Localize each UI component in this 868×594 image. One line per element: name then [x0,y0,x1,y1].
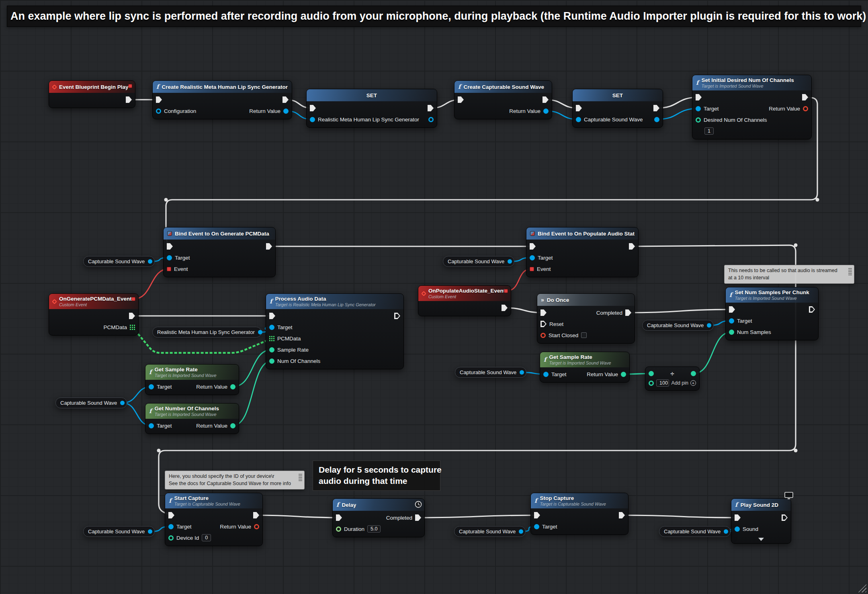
return-value-pin[interactable] [621,372,626,377]
pcmdata-pin[interactable] [130,325,135,330]
out-pin[interactable] [542,96,549,103]
out-pin[interactable] [394,313,400,319]
delay-value-box[interactable]: 5.0 [367,525,381,533]
target-pin[interactable] [149,423,154,428]
in-pin[interactable] [576,105,582,111]
pill_g[interactable]: Capturable Sound Wave [454,526,526,537]
reroute-node[interactable] [816,198,819,202]
add-pin-plus-icon[interactable]: + [690,380,696,386]
start_capture-value-box[interactable]: 0 [202,534,211,541]
sound-pin[interactable] [735,526,740,532]
blueprint-graph-canvas[interactable]: An example where lip sync is performed a… [0,0,868,594]
in-pin[interactable] [534,512,540,518]
in-pin[interactable] [540,309,547,316]
pill_d[interactable]: Capturable Sound Wave [55,397,127,408]
variable-output-pin[interactable] [148,529,152,534]
event_populate[interactable]: OnPopulateAudioState_EventCustom Event [418,285,511,316]
pill_b[interactable]: Capturable Sound Wave [443,256,514,267]
stop_capture[interactable]: fStop CaptureTarget is Capturable Sound … [530,493,628,535]
get_rate1[interactable]: fGet Sample RateTarget is Imported Sound… [145,364,239,395]
variable-output-pin[interactable] [508,259,512,264]
event-pin[interactable] [167,267,171,271]
bind_generate[interactable]: Bind Event to On Generate PCMDataTargetE… [163,227,276,277]
in-pin[interactable] [729,306,735,313]
out-pin[interactable] [619,512,625,518]
begin_play[interactable]: Event Blueprint Begin Play [49,80,135,108]
variable-output-pin[interactable] [519,529,523,534]
delegate-icon[interactable] [504,289,508,293]
out-pin[interactable] [802,94,808,100]
pill_h[interactable]: Capturable Sound Wave [659,526,731,537]
return-value-pin[interactable] [543,109,549,114]
completed-pin[interactable] [415,514,421,521]
desired-num-of-channels-pin[interactable] [696,117,701,123]
start_capture[interactable]: fStart CaptureTarget is Capturable Sound… [165,493,263,546]
target-pin[interactable] [269,325,274,330]
out-pin[interactable] [253,512,259,518]
target-pin[interactable] [696,106,701,111]
return-value-pin[interactable] [254,524,259,529]
set_wave[interactable]: SETCapturable Sound Wave [572,89,663,128]
in-pin[interactable] [156,96,162,103]
return-value-pin[interactable] [803,106,808,111]
event_pcm[interactable]: OnGeneratePCMData_EventCustom EventPCMDa… [49,293,139,336]
get_channels[interactable]: fGet Number Of ChannelsTarget is Importe… [145,403,239,434]
comment_delay[interactable]: Delay for 5 seconds to captureaudio duri… [313,461,440,491]
num-samples-pin[interactable] [729,330,734,335]
variable-output-pin[interactable] [707,323,711,328]
target-pin[interactable] [729,318,734,324]
variable-output-pin[interactable] [120,401,125,405]
variable-output-pin[interactable] [724,529,728,534]
rv-pin[interactable] [428,117,434,122]
variable-output-pin[interactable] [148,259,152,264]
return-value-pin[interactable] [230,384,235,389]
out-pin[interactable] [283,96,289,103]
create_gen[interactable]: fCreate Realistic Meta Human Lip Sync Ge… [152,80,292,119]
reroute-node[interactable] [794,449,798,453]
out-pin[interactable] [629,243,635,250]
return-value-pin[interactable] [283,109,289,114]
do_once-checkbox[interactable] [581,332,587,338]
completed-pin[interactable] [625,309,631,316]
target-pin[interactable] [543,372,549,377]
in-pin[interactable] [269,313,275,319]
divide-value-box[interactable]: 100 [656,379,669,387]
variable-output-pin[interactable] [258,330,262,334]
out-pin[interactable] [809,306,815,313]
pill_c[interactable]: Capturable Sound Wave [642,320,714,331]
target-pin[interactable] [530,255,535,260]
device-id-pin[interactable] [168,535,174,541]
divide[interactable]: ÷100Add pin+ [645,367,700,391]
out-pin[interactable] [653,105,659,111]
set_channels-value-box[interactable]: 1 [704,127,714,135]
in-pin[interactable] [696,94,702,100]
configuration-pin[interactable] [156,109,161,114]
target-pin[interactable] [149,384,154,389]
pill_e[interactable]: Capturable Sound Wave [455,367,526,378]
reroute-node[interactable] [794,244,798,247]
event-pin[interactable] [530,267,534,271]
reroute-node[interactable] [157,449,161,453]
in-pin[interactable] [336,514,342,521]
variable-output-pin[interactable] [520,370,524,375]
in-pin[interactable] [167,243,173,250]
set_gen[interactable]: SETRealistic Meta Human Lip Sync Generat… [306,89,437,128]
pill_gen[interactable]: Realistic Meta Human Lip Sync Generator [152,327,262,338]
pill_f[interactable]: Capturable Sound Wave [83,526,155,537]
add-pin-button[interactable]: Add pin+ [671,380,696,386]
bind_populate[interactable]: Bind Event to On Populate Audio StateTar… [526,227,639,277]
target-pin[interactable] [167,255,172,260]
set_chunk[interactable]: fSet Num Samples Per ChunkTarget is Impo… [725,287,819,340]
target-pin[interactable] [168,524,174,529]
realistic-meta-human-lip-sync-generator-pin[interactable] [310,117,315,122]
divide-output-pin[interactable] [691,371,696,376]
out-pin[interactable] [266,243,272,250]
out-pin[interactable] [428,105,434,111]
duration-pin[interactable] [336,526,341,532]
out-pin[interactable] [126,96,132,103]
pcmdata-pin[interactable] [269,336,274,341]
out-pin[interactable] [782,514,788,521]
reset-pin[interactable] [540,321,547,327]
reroute-node[interactable] [164,198,168,202]
start-closed-pin[interactable] [540,333,546,338]
